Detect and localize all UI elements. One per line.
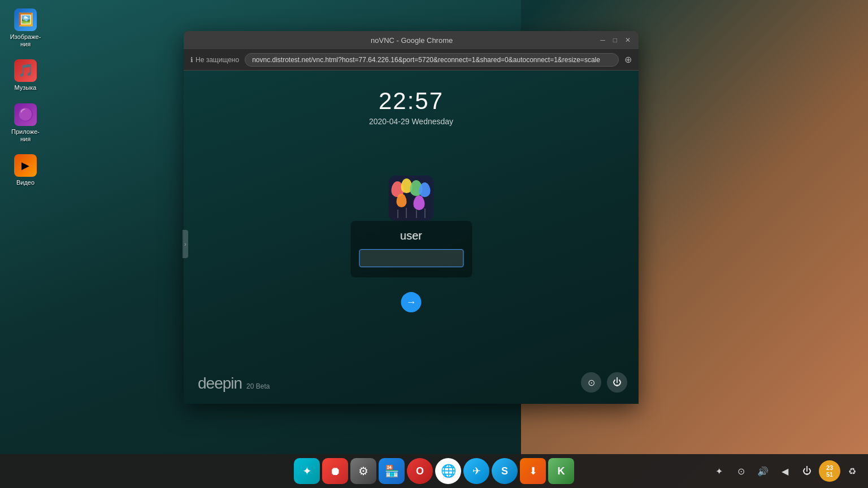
power-icon: ⏻ bbox=[613, 377, 622, 387]
taskbar-skype[interactable]: S bbox=[492, 458, 518, 484]
power-button[interactable]: ⏻ bbox=[607, 372, 627, 393]
security-icon: ℹ bbox=[190, 56, 193, 64]
deepin-launcher-icon: ✦ bbox=[302, 464, 312, 478]
desktop-icon-video[interactable]: ▶ Видео bbox=[6, 151, 45, 189]
address-url[interactable]: novnc.distrotest.net/vnc.html?host=77.64… bbox=[245, 53, 619, 67]
taskbar-opera[interactable]: O bbox=[407, 458, 433, 484]
taskbar-system-settings[interactable]: ⚙ bbox=[350, 458, 376, 484]
taskbar-deepin-launcher[interactable]: ✦ bbox=[294, 458, 320, 484]
close-button[interactable]: ✕ bbox=[625, 37, 631, 43]
security-label: Не защищено bbox=[196, 56, 239, 64]
volume-icon: 🔊 bbox=[757, 466, 769, 477]
vnc-content: 22:57 2020-04-29 Wednesday bbox=[184, 71, 639, 404]
taskbar: ✦ ⏺ ⚙ 🏪 O 🌐 ✈ S ⬇ K ✦ ⊙ 🔊 ◀ bbox=[0, 454, 868, 488]
transmission-icon: ⬇ bbox=[529, 465, 537, 477]
desktop-icon-images[interactable]: 🖼️ Изображе-ния bbox=[6, 6, 45, 51]
network-icon: ⊙ bbox=[737, 466, 745, 477]
browser-window: noVNC - Google Chrome ─ □ ✕ ℹ Не защищен… bbox=[184, 31, 639, 404]
accessibility-button[interactable]: ⊙ bbox=[581, 372, 601, 393]
clock-time-display: 2351 bbox=[826, 464, 833, 478]
browser-titlebar: noVNC - Google Chrome ─ □ ✕ bbox=[184, 31, 639, 49]
back-tray-icon[interactable]: ◀ bbox=[775, 461, 795, 481]
sidebar-tab[interactable]: › bbox=[183, 230, 188, 258]
vnc-bottom-buttons: ⊙ ⏻ bbox=[581, 372, 627, 393]
browser-title: noVNC - Google Chrome bbox=[223, 36, 600, 45]
taskbar-screen-recorder[interactable]: ⏺ bbox=[322, 458, 348, 484]
power-tray-icon[interactable]: ⏻ bbox=[797, 461, 817, 481]
accessibility-icon: ⊙ bbox=[588, 377, 595, 388]
system-tray: ✦ ⊙ 🔊 ◀ ⏻ 2351 ♻ bbox=[709, 460, 862, 482]
desktop-icon-music[interactable]: 🎵 Музыка bbox=[6, 56, 45, 94]
deepin-version: 20 Beta bbox=[246, 382, 270, 390]
chrome-icon: 🌐 bbox=[441, 464, 456, 478]
store-icon: 🏪 bbox=[385, 464, 399, 478]
kpatience-icon: K bbox=[558, 465, 565, 477]
desktop-icon-apps-label: Приложе-ния bbox=[11, 128, 40, 143]
desktop-icon-images-label: Изображе-ния bbox=[10, 33, 41, 48]
taskbar-kpatience[interactable]: K bbox=[548, 458, 574, 484]
login-submit-button[interactable]: → bbox=[401, 292, 422, 312]
record-icon: ⏺ bbox=[329, 465, 341, 478]
user-avatar bbox=[389, 176, 434, 221]
taskbar-chrome[interactable]: 🌐 bbox=[435, 458, 461, 484]
vnc-clock-area: 22:57 2020-04-29 Wednesday bbox=[184, 71, 639, 126]
vnc-time: 22:57 bbox=[184, 88, 639, 115]
telegram-icon: ✈ bbox=[472, 465, 481, 477]
page-action-icon[interactable]: ⊕ bbox=[624, 54, 632, 65]
bluetooth-icon: ✦ bbox=[715, 466, 723, 477]
skype-icon: S bbox=[501, 465, 508, 477]
minimize-button[interactable]: ─ bbox=[600, 37, 605, 43]
trash-icon: ♻ bbox=[848, 466, 856, 477]
arrow-right-icon: → bbox=[406, 297, 416, 308]
login-box: user bbox=[350, 221, 472, 277]
desktop-icons-container: 🖼️ Изображе-ния 🎵 Музыка 🟣 Приложе-ния ▶… bbox=[6, 6, 45, 189]
desktop-icon-music-label: Музыка bbox=[15, 84, 37, 91]
back-icon: ◀ bbox=[782, 466, 788, 477]
desktop-icon-apps[interactable]: 🟣 Приложе-ния bbox=[6, 101, 45, 146]
volume-tray-icon[interactable]: 🔊 bbox=[753, 461, 773, 481]
clock-badge[interactable]: 2351 bbox=[819, 460, 840, 482]
window-controls: ─ □ ✕ bbox=[600, 37, 631, 43]
power-tray-symbol: ⏻ bbox=[802, 466, 811, 476]
opera-icon: O bbox=[416, 465, 424, 477]
maximize-button[interactable]: □ bbox=[613, 37, 617, 43]
deepin-brand: deepin 20 Beta bbox=[198, 374, 270, 393]
deepin-logo-text: deepin bbox=[198, 374, 242, 393]
taskbar-transmission[interactable]: ⬇ bbox=[520, 458, 546, 484]
password-input[interactable] bbox=[359, 249, 463, 267]
trash-tray-icon[interactable]: ♻ bbox=[842, 461, 862, 481]
security-badge: ℹ Не защищено bbox=[190, 56, 239, 64]
vnc-date: 2020-04-29 Wednesday bbox=[184, 117, 639, 126]
username-display: user bbox=[359, 229, 463, 242]
browser-addressbar: ℹ Не защищено novnc.distrotest.net/vnc.h… bbox=[184, 49, 639, 71]
settings-gear-icon: ⚙ bbox=[358, 464, 368, 478]
taskbar-telegram[interactable]: ✈ bbox=[463, 458, 489, 484]
desktop-icon-video-label: Видео bbox=[16, 179, 34, 186]
login-card: user → bbox=[350, 176, 472, 312]
taskbar-app-store[interactable]: 🏪 bbox=[379, 458, 405, 484]
network-tray-icon[interactable]: ⊙ bbox=[731, 461, 751, 481]
bluetooth-tray-icon[interactable]: ✦ bbox=[709, 461, 729, 481]
